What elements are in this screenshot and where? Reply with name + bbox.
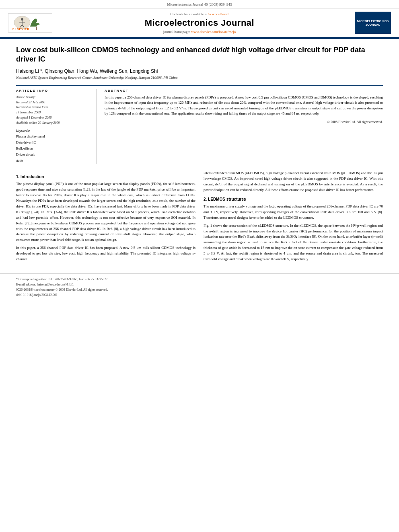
section2-para1: The maximum driver supply voltage and th… xyxy=(204,204,383,221)
journal-ref: Microelectronics Journal 40 (2009) 939–9… xyxy=(167,2,232,6)
badge-title: MICROELECTRONICSJOURNAL xyxy=(357,19,389,27)
abstract-text: In this paper, a 256-channel data driver… xyxy=(105,95,383,117)
available: Available online 20 January 2009 xyxy=(16,121,91,126)
keywords-section: Keywords: Plasma display panel Data driv… xyxy=(16,129,91,164)
history-label: Article history: xyxy=(16,95,36,99)
body-col-right: lateral extended drain MOS (nLEDMOS), hi… xyxy=(204,170,383,265)
kw-4: Driver circuit xyxy=(16,152,91,158)
footnote-area: * Corresponding author. Tel.: +86 25 837… xyxy=(0,273,399,301)
received2-date: 14 November 2008 xyxy=(16,110,91,115)
section2-heading: 2. LEDMOS structures xyxy=(204,197,383,201)
journal-title: Microelectronics Journal xyxy=(52,18,347,28)
title-italic-dt: dt xyxy=(222,46,229,54)
section2-para2: Fig. 1 shows the cross-section of the nL… xyxy=(204,223,383,263)
footnote-star: * Corresponding author. Tel.: +86 25 837… xyxy=(16,277,383,282)
journal-header-center: Contents lists available at ScienceDirec… xyxy=(52,12,347,34)
footnote-email: E-mail address: haisong@seu.edu.cn (H. L… xyxy=(16,282,383,288)
article-content: Low cost bulk-silicon CDMOS technology a… xyxy=(0,39,399,271)
elsevier-tree-logo: ELSEVIER xyxy=(12,15,48,31)
accepted: Accepted 1 December 2008 xyxy=(16,115,91,121)
elsevier-logo-area: ELSEVIER xyxy=(8,13,52,33)
sciencedirect-line: Contents lists available at ScienceDirec… xyxy=(52,12,347,16)
received2-label: Received in revised form xyxy=(16,105,91,110)
article-title: Low cost bulk-silicon CDMOS technology a… xyxy=(16,45,383,64)
svg-point-2 xyxy=(21,18,23,21)
kw-2: Data driver IC xyxy=(16,140,91,146)
page-container: Microelectronics Journal 40 (2009) 939–9… xyxy=(0,0,399,532)
abstract-copyright: © 2008 Elsevier Ltd. All rights reserved… xyxy=(105,120,383,124)
article-affiliation: National ASIC System Engineering Researc… xyxy=(16,76,383,80)
section1-heading: 1. Introduction xyxy=(16,175,195,179)
body-col-left: 1. Introduction The plasma display panel… xyxy=(16,170,195,265)
received1: Received 27 July 2008 xyxy=(16,100,91,105)
kw-3: Bulk-silicon xyxy=(16,146,91,152)
abstract-label: ABSTRACT xyxy=(105,89,383,92)
section1-para1: The plasma display panel (PDP) is one of… xyxy=(16,181,195,243)
keywords-list: Plasma display panel Data driver IC Bulk… xyxy=(16,134,91,164)
abstract-col: ABSTRACT In this paper, a 256-channel da… xyxy=(105,89,383,164)
section1-para2: In this paper, a 256-channel PDP data dr… xyxy=(16,245,195,262)
title-part1: Low cost bulk-silicon CDMOS technology a… xyxy=(16,46,216,54)
svg-text:ELSEVIER: ELSEVIER xyxy=(12,28,30,31)
body-columns: 1. Introduction The plasma display panel… xyxy=(16,170,383,265)
footnote-issn: 0026-2692/$- see front matter © 2008 Els… xyxy=(16,288,383,293)
footnote-doi: doi:10.1016/j.mejo.2008.12.001 xyxy=(16,293,383,298)
journal-header-right: MICROELECTRONICSJOURNAL xyxy=(347,12,391,34)
kw-5: dv/dt xyxy=(16,158,91,164)
top-meta: Microelectronics Journal 40 (2009) 939–9… xyxy=(0,0,399,8)
homepage-link[interactable]: www.elsevier.com/locate/mejo xyxy=(191,30,236,34)
title-italic-v: v xyxy=(216,46,220,54)
article-info-label: ARTICLE INFO xyxy=(16,89,91,92)
kw-1: Plasma display panel xyxy=(16,134,91,140)
elsevier-box: ELSEVIER xyxy=(8,13,52,33)
article-history: Article history: Received 27 July 2008 R… xyxy=(16,95,91,126)
keywords-label: Keywords: xyxy=(16,129,91,133)
journal-homepage: journal homepage: www.elsevier.com/locat… xyxy=(52,30,347,34)
sciencedirect-prefix: Contents lists available at xyxy=(171,12,208,16)
article-authors: Haisong Li *, Qinsong Qian, Hong Wu, Wei… xyxy=(16,68,383,74)
article-meta-row: ARTICLE INFO Article history: Received 2… xyxy=(16,85,383,164)
article-info-col: ARTICLE INFO Article history: Received 2… xyxy=(16,89,97,164)
keywords-label-text: Keywords: xyxy=(16,129,30,133)
sciencedirect-link[interactable]: ScienceDirect xyxy=(208,12,228,16)
journal-header: ELSEVIER Contents lists available at Sci… xyxy=(0,8,399,38)
journal-badge: MICROELECTRONICSJOURNAL xyxy=(355,12,391,34)
homepage-prefix: journal homepage: xyxy=(163,30,191,34)
section1-right-para1: lateral extended drain MOS (nLEDMOS), hi… xyxy=(204,170,383,193)
